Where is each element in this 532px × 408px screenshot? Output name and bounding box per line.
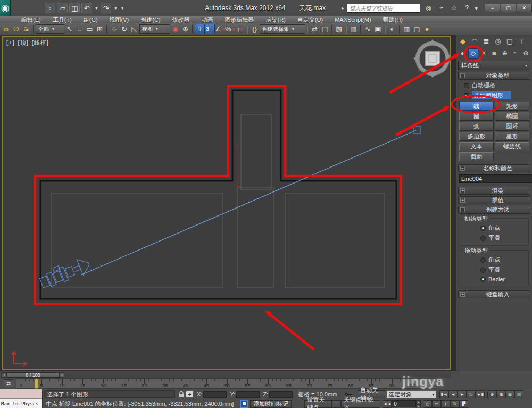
menu-animation[interactable]: 动画 xyxy=(196,16,219,23)
viewport-top[interactable]: [+] [顶] [线框] xyxy=(2,36,451,370)
key-filters-button[interactable]: 关键点过滤器... xyxy=(341,400,380,408)
keyboard-override-icon[interactable]: ⇧ xyxy=(195,24,205,34)
curve-editor-icon[interactable]: ∿ xyxy=(363,24,373,34)
selection-lock-icon[interactable] xyxy=(177,390,186,398)
key-filter-dropdown[interactable]: 选定对象▾ xyxy=(386,390,436,398)
time-slider-handle[interactable]: 0 / 100 xyxy=(7,372,59,378)
unlink-icon[interactable]: ∅ xyxy=(11,24,21,34)
maximize-viewport-icon[interactable]: ▛ xyxy=(459,400,468,408)
button-donut[interactable]: 圆环 xyxy=(495,122,529,131)
tab-modify-icon[interactable]: ◠ xyxy=(469,36,480,46)
favorites-icon[interactable]: ☆ xyxy=(449,3,459,13)
category-lights-icon[interactable]: ☀ xyxy=(479,48,489,59)
undo-dropdown-icon[interactable]: ▾ xyxy=(94,6,99,11)
radio-corner[interactable] xyxy=(480,226,486,231)
select-scale-icon[interactable]: ◺ xyxy=(129,24,139,34)
radio-drag-corner[interactable] xyxy=(480,257,486,263)
menu-graph-editors[interactable]: 图形编辑器 xyxy=(220,16,260,23)
category-helpers-icon[interactable]: ⊕ xyxy=(500,48,510,59)
align-icon[interactable]: ▤ xyxy=(320,24,330,34)
viewport-shading-menu[interactable]: [线框] xyxy=(32,39,49,46)
menu-rendering[interactable]: 渲染(R) xyxy=(261,16,291,23)
frame-spinner[interactable]: ▲▼ xyxy=(416,400,421,407)
radio-drag-smooth[interactable] xyxy=(480,268,486,273)
shape-category-dropdown[interactable]: 样条线▾ xyxy=(458,61,530,70)
x-coord-field[interactable] xyxy=(203,391,227,398)
layer-manager-icon[interactable]: ▧ xyxy=(334,24,344,34)
rollout-rendering[interactable]: +渲染 xyxy=(458,187,530,195)
next-frame-arrow-icon[interactable]: › xyxy=(59,372,64,378)
select-object-icon[interactable]: ↖ xyxy=(64,24,74,34)
select-by-name-icon[interactable]: ≡ xyxy=(74,24,85,34)
category-cameras-icon[interactable]: ◙ xyxy=(489,48,500,59)
selection-filter-dropdown[interactable]: 全部▾ xyxy=(36,24,64,34)
menu-create[interactable]: 创建(C) xyxy=(135,16,165,23)
select-manipulate-icon[interactable]: ⊕ xyxy=(180,24,190,34)
play-animation-icon[interactable]: ► xyxy=(458,390,467,398)
rollout-interpolation[interactable]: +插值 xyxy=(458,196,530,204)
redo-dropdown-icon[interactable]: ▾ xyxy=(113,6,118,11)
button-arc[interactable]: 弧 xyxy=(459,122,494,131)
rollout-name-color[interactable]: −名称和颜色 xyxy=(458,164,530,172)
object-name-input[interactable] xyxy=(459,174,532,183)
menu-help[interactable]: 帮助(H) xyxy=(378,16,408,23)
button-helix[interactable]: 螺旋线 xyxy=(495,142,529,151)
select-move-icon[interactable]: ⊹ xyxy=(109,24,119,34)
tab-motion-icon[interactable]: ◎ xyxy=(493,36,503,46)
category-geometry-icon[interactable]: ● xyxy=(458,48,468,59)
render-production-icon[interactable]: ● xyxy=(422,24,432,34)
window-crossing-icon[interactable]: ⊞ xyxy=(95,24,105,34)
zoom-extents-all-icon[interactable]: ▦ xyxy=(514,390,523,398)
angle-snap-icon[interactable]: ∠∩ xyxy=(215,24,225,34)
help-dropdown-icon[interactable]: ▾ xyxy=(475,5,478,12)
percent-snap-icon[interactable]: %∩ xyxy=(225,24,235,34)
menu-views[interactable]: 视图(V) xyxy=(104,16,135,23)
time-slider-track[interactable]: ‹ 0 / 100 › xyxy=(1,372,451,378)
button-line[interactable]: 线 xyxy=(459,102,494,111)
search-icon[interactable]: ◎ xyxy=(423,3,433,13)
button-section[interactable]: 截面 xyxy=(459,152,494,161)
y-coord-field[interactable] xyxy=(236,391,260,398)
isolate-selection-icon[interactable] xyxy=(240,400,248,408)
absolute-mode-icon[interactable]: + xyxy=(186,390,194,398)
button-text[interactable]: 文本 xyxy=(459,142,494,151)
tab-hierarchy-icon[interactable]: ≣ xyxy=(481,36,492,46)
named-selection-sets-icon[interactable]: {} xyxy=(250,24,260,34)
material-editor-icon[interactable]: ◐ xyxy=(387,24,397,34)
orbit-icon[interactable]: ↻ xyxy=(450,400,459,408)
zoom-extents-icon[interactable]: ▣ xyxy=(505,390,514,398)
select-link-icon[interactable]: ∞ xyxy=(1,24,11,34)
rollout-creation-method[interactable]: −创建方法 xyxy=(458,206,530,214)
save-file-icon[interactable]: ◫ xyxy=(69,3,80,13)
minimize-button[interactable]: − xyxy=(485,4,500,12)
spinner-snap-icon[interactable]: ↕∩ xyxy=(235,24,245,34)
menu-group[interactable]: 组(G) xyxy=(78,16,103,23)
set-key-button[interactable]: 设置关键点 xyxy=(304,400,332,408)
time-config-icon[interactable]: ◴ xyxy=(423,400,432,408)
current-frame-marker[interactable] xyxy=(35,379,38,389)
menu-modifiers[interactable]: 修改器 xyxy=(167,16,195,23)
go-to-end-icon[interactable]: ►▮ xyxy=(476,390,485,398)
button-star[interactable]: 星形 xyxy=(495,132,529,141)
subscription-icon[interactable]: ≈ xyxy=(436,3,446,13)
new-key-curve-icon[interactable]: ~ xyxy=(332,400,341,408)
mini-curve-editor-icon[interactable]: ⇄ xyxy=(3,379,14,387)
app-logo[interactable]: ◉ xyxy=(0,0,11,16)
new-file-icon[interactable]: ▫ xyxy=(45,3,55,13)
render-setup-icon[interactable]: ▥ xyxy=(402,24,412,34)
listener-script-row[interactable]: Max to Physcs ( xyxy=(0,399,42,408)
z-coord-field[interactable] xyxy=(269,391,293,398)
rendered-frame-icon[interactable]: ▢ xyxy=(412,24,422,34)
bind-spacewarp-icon[interactable]: ≋ xyxy=(21,24,31,34)
close-button[interactable]: ✕ xyxy=(517,4,532,12)
rollout-object-type[interactable]: −对象类型 xyxy=(458,72,530,80)
tab-display-icon[interactable]: ▢ xyxy=(504,36,515,46)
button-circle[interactable]: 圆 xyxy=(459,112,494,121)
start-new-shape-checkbox[interactable] xyxy=(464,93,469,98)
go-to-start-icon[interactable]: ▮◄ xyxy=(439,390,448,398)
mirror-icon[interactable]: ⇄ xyxy=(310,24,320,34)
schematic-view-icon[interactable]: ▣ xyxy=(373,24,383,34)
menu-maxscript[interactable]: MAXScript(M) xyxy=(329,16,376,23)
tab-create-icon[interactable]: ◆ xyxy=(458,36,468,46)
rectangular-region-icon[interactable]: ▭ xyxy=(85,24,95,34)
